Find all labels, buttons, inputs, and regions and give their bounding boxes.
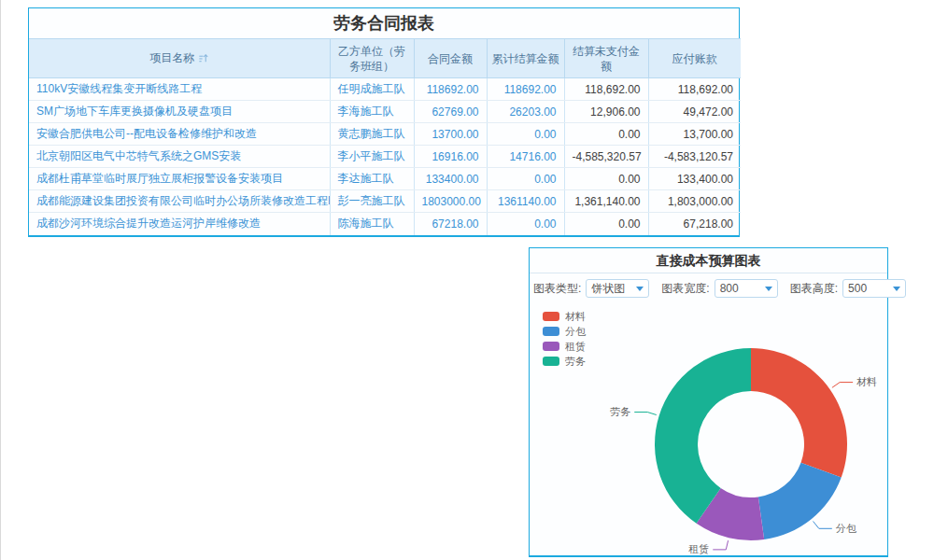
column-header-label: 项目名称 bbox=[149, 51, 194, 64]
unit-link[interactable]: 彭一亮施工队 bbox=[330, 190, 414, 213]
settled-unpaid-value: 0.00 bbox=[564, 123, 648, 146]
settled-unpaid-value: -4,585,320.57 bbox=[564, 146, 648, 168]
contract-amount-link[interactable]: 118692.00 bbox=[414, 78, 487, 101]
column-header-payable: 应付账款 bbox=[648, 39, 741, 78]
column-header-settled-unpaid: 结算未支付金额 bbox=[564, 39, 648, 78]
legend-label: 租赁 bbox=[565, 340, 586, 354]
chart-type-label: 图表类型: bbox=[533, 281, 581, 297]
column-header-unit: 乙方单位（劳务班组） bbox=[330, 39, 414, 78]
project-link[interactable]: 110kV安徽线程集变开断线路工程 bbox=[29, 78, 330, 101]
settled-unpaid-value: 0.00 bbox=[564, 168, 648, 190]
payable-value: 49,472.00 bbox=[648, 101, 741, 123]
chart-type-value: 饼状图 bbox=[591, 281, 625, 297]
payable-value: 118,692.00 bbox=[648, 78, 741, 101]
chart-height-group: 图表高度: 500 bbox=[790, 279, 906, 298]
chart-title: 直接成本预算图表 bbox=[530, 248, 887, 273]
chevron-down-icon bbox=[636, 287, 644, 291]
legend-item-rental[interactable]: 租赁 bbox=[543, 339, 586, 354]
chart-height-select[interactable]: 500 bbox=[842, 279, 906, 298]
payable-value: 67,218.00 bbox=[648, 213, 741, 235]
legend-label: 劳务 bbox=[565, 355, 586, 369]
table-row: 成都能源建设集团投资有限公司临时办公场所装修改造工程EPC 彭一亮施工队 180… bbox=[29, 190, 741, 213]
pie-label: 劳务 bbox=[610, 406, 630, 417]
settled-total-link[interactable]: 118692.00 bbox=[487, 78, 564, 101]
settled-total-link[interactable]: 0.00 bbox=[487, 213, 564, 235]
unit-link[interactable]: 陈海施工队 bbox=[330, 213, 414, 235]
contract-amount-link[interactable]: 13700.00 bbox=[414, 123, 487, 146]
report-title: 劳务合同报表 bbox=[29, 8, 739, 38]
unit-link[interactable]: 李小平施工队 bbox=[330, 146, 414, 168]
table-row: 110kV安徽线程集变开断线路工程 任明成施工队 118692.00 11869… bbox=[29, 78, 741, 101]
pie-label: 租赁 bbox=[688, 543, 709, 554]
chart-controls: 图表类型: 饼状图 图表宽度: 800 图表高度: 500 bbox=[530, 273, 887, 303]
pie-label-line bbox=[713, 540, 728, 550]
unit-link[interactable]: 李达施工队 bbox=[330, 168, 414, 190]
chart-type-select[interactable]: 饼状图 bbox=[586, 279, 649, 298]
legend-marker bbox=[543, 312, 559, 321]
chart-height-value: 500 bbox=[848, 282, 867, 295]
pie-label: 材料 bbox=[856, 376, 877, 387]
payable-value: 1,803,000.00 bbox=[648, 190, 741, 213]
labor-contract-report-panel: 劳务合同报表 项目名称 乙方单位（劳务班组） 合同金额 累计结算金额 结算未支付… bbox=[28, 7, 740, 237]
chart-type-group: 图表类型: 饼状图 bbox=[533, 279, 649, 298]
legend-item-labor[interactable]: 劳务 bbox=[543, 354, 586, 369]
table-row: 成都沙河环境综合提升改造运河护岸维修改造 陈海施工队 67218.00 0.00… bbox=[29, 213, 741, 235]
legend-label: 材料 bbox=[565, 310, 586, 324]
legend-item-material[interactable]: 材料 bbox=[543, 309, 586, 324]
settled-total-link[interactable]: 0.00 bbox=[487, 123, 564, 146]
settled-total-link[interactable]: 0.00 bbox=[487, 168, 564, 190]
project-link[interactable]: 成都能源建设集团投资有限公司临时办公场所装修改造工程EPC bbox=[29, 190, 330, 213]
chart-height-label: 图表高度: bbox=[790, 281, 838, 297]
contract-amount-link[interactable]: 62769.00 bbox=[414, 101, 487, 123]
unit-link[interactable]: 黄志鹏施工队 bbox=[330, 123, 414, 146]
project-link[interactable]: 安徽合肥供电公司--配电设备检修维护和改造 bbox=[29, 123, 330, 146]
pie-label: 分包 bbox=[836, 523, 857, 534]
settled-unpaid-value: 1,361,140.00 bbox=[564, 190, 648, 213]
unit-link[interactable]: 任明成施工队 bbox=[330, 78, 414, 101]
column-header-project[interactable]: 项目名称 bbox=[29, 39, 330, 78]
payable-value: 133,400.00 bbox=[648, 168, 741, 190]
chart-legend: 材料 分包 租赁 劳务 bbox=[543, 309, 586, 369]
chart-width-group: 图表宽度: 800 bbox=[661, 279, 777, 298]
project-link[interactable]: SM广场地下车库更换摄像机及硬盘项目 bbox=[29, 101, 330, 123]
table-row: SM广场地下车库更换摄像机及硬盘项目 李海施工队 62769.00 26203.… bbox=[29, 101, 741, 123]
settled-unpaid-value: 0.00 bbox=[564, 213, 648, 235]
chart-width-value: 800 bbox=[720, 282, 739, 295]
unit-link[interactable]: 李海施工队 bbox=[330, 101, 414, 123]
pie-slice[interactable] bbox=[751, 348, 847, 477]
chevron-down-icon bbox=[765, 287, 772, 291]
pie-slice[interactable] bbox=[758, 463, 842, 539]
legend-marker bbox=[543, 357, 559, 366]
chart-body: 材料 分包 租赁 劳务 材料分包租赁劳务 bbox=[530, 303, 887, 556]
settled-total-link[interactable]: 26203.00 bbox=[487, 101, 564, 123]
settled-unpaid-value: 118,692.00 bbox=[564, 78, 648, 101]
pie-label-line bbox=[814, 522, 832, 529]
contract-amount-link[interactable]: 16916.00 bbox=[414, 146, 487, 168]
table-row: 安徽合肥供电公司--配电设备检修维护和改造 黄志鹏施工队 13700.00 0.… bbox=[29, 123, 741, 146]
report-table: 项目名称 乙方单位（劳务班组） 合同金额 累计结算金额 结算未支付金额 应付账款… bbox=[29, 38, 741, 235]
column-header-settled-total: 累计结算金额 bbox=[487, 39, 564, 78]
payable-value: -4,583,120.57 bbox=[648, 146, 741, 168]
settled-unpaid-value: 12,906.00 bbox=[564, 101, 648, 123]
legend-label: 分包 bbox=[565, 325, 586, 339]
project-link[interactable]: 成都杜甫草堂临时展厅独立展柜报警设备安装项目 bbox=[29, 168, 330, 190]
payable-value: 13,700.00 bbox=[648, 123, 741, 146]
project-link[interactable]: 成都沙河环境综合提升改造运河护岸维修改造 bbox=[29, 213, 330, 235]
header-row: 项目名称 乙方单位（劳务班组） 合同金额 累计结算金额 结算未支付金额 应付账款 bbox=[29, 39, 741, 78]
project-link[interactable]: 北京朝阳区电气中芯特气系统之GMS安装 bbox=[29, 146, 330, 168]
contract-amount-link[interactable]: 67218.00 bbox=[414, 213, 487, 235]
column-header-contract-amount: 合同金额 bbox=[414, 39, 487, 78]
table-row: 北京朝阳区电气中芯特气系统之GMS安装 李小平施工队 16916.00 1471… bbox=[29, 146, 741, 168]
cost-budget-chart-panel: 直接成本预算图表 图表类型: 饼状图 图表宽度: 800 图表高度: 500 bbox=[529, 247, 888, 557]
sort-icon[interactable] bbox=[198, 52, 208, 67]
chart-width-select[interactable]: 800 bbox=[715, 279, 778, 298]
chart-width-label: 图表宽度: bbox=[661, 281, 709, 297]
pie-label-line bbox=[832, 383, 853, 388]
settled-total-link[interactable]: 1361140.00 bbox=[487, 190, 564, 213]
chevron-down-icon bbox=[893, 287, 900, 291]
table-row: 成都杜甫草堂临时展厅独立展柜报警设备安装项目 李达施工队 133400.00 0… bbox=[29, 168, 741, 190]
contract-amount-link[interactable]: 133400.00 bbox=[414, 168, 487, 190]
contract-amount-link[interactable]: 1803000.00 bbox=[414, 190, 487, 213]
legend-item-subcontract[interactable]: 分包 bbox=[543, 324, 586, 339]
settled-total-link[interactable]: 14716.00 bbox=[487, 146, 564, 168]
